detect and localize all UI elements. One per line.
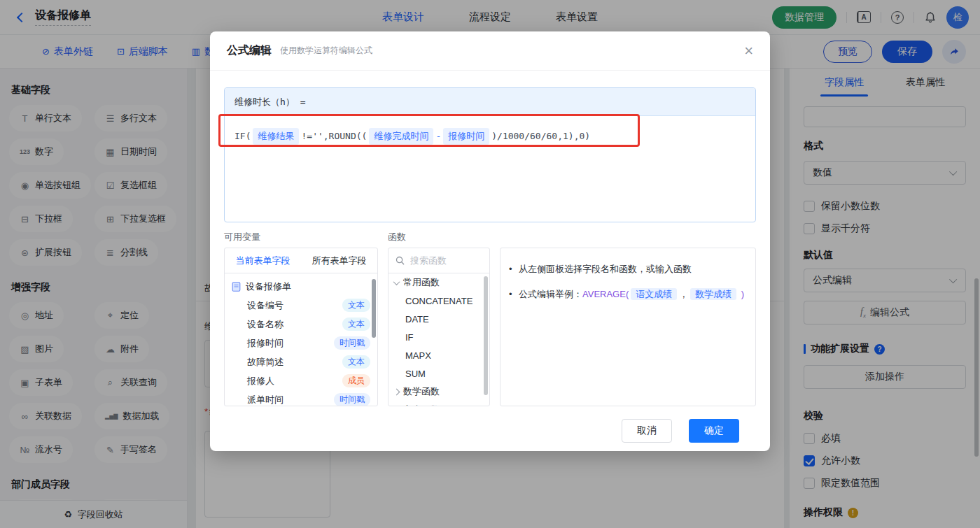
formula-code: IF( bbox=[234, 129, 251, 144]
variable-name: 故障简述 bbox=[247, 356, 284, 369]
field-token[interactable]: 维修完成时间 bbox=[369, 128, 433, 145]
variables-tree: 设备报修单设备编号文本设备名称文本报修时间时间戳故障简述文本报修人成员派单时间时… bbox=[225, 273, 377, 406]
scrollbar[interactable] bbox=[372, 279, 376, 338]
field-token: 语文成绩 bbox=[631, 288, 677, 300]
field-token: 数学成绩 bbox=[690, 288, 736, 300]
variable-name: 报修时间 bbox=[247, 337, 284, 350]
variable-item-故障简述[interactable]: 故障简述文本 bbox=[225, 352, 377, 371]
variable-item-设备编号[interactable]: 设备编号文本 bbox=[225, 296, 377, 315]
field-token[interactable]: 报修时间 bbox=[443, 128, 489, 145]
function-search[interactable] bbox=[388, 248, 489, 273]
function-group-常用函数[interactable]: 常用函数 bbox=[388, 273, 489, 292]
help-bullet: 从左侧面板选择字段名和函数，或输入函数 bbox=[519, 261, 750, 278]
function-group-文本函数[interactable]: 文本函数 bbox=[388, 401, 489, 406]
variable-type-badge: 时间戳 bbox=[334, 393, 370, 406]
tab-current-form-fields[interactable]: 当前表单字段 bbox=[225, 248, 301, 273]
modal-panels: 可用变量 当前表单字段 所有表单字段 设备报修单设备编号文本设备名称文本报修时间… bbox=[224, 231, 756, 406]
formula-code: !='',ROUND(( bbox=[301, 129, 367, 144]
variables-label: 可用变量 bbox=[224, 231, 378, 242]
variable-name: 设备名称 bbox=[247, 318, 284, 331]
variables-panel: 当前表单字段 所有表单字段 设备报修单设备编号文本设备名称文本报修时间时间戳故障… bbox=[224, 248, 378, 406]
variables-root-label: 设备报修单 bbox=[246, 280, 291, 293]
chevron-right-icon bbox=[393, 388, 400, 395]
modal-title: 公式编辑 bbox=[227, 43, 272, 58]
close-icon[interactable]: × bbox=[744, 43, 753, 59]
formula-content[interactable]: IF( 维修结果 !='',ROUND(( 维修完成时间 - 报修时间 )/10… bbox=[225, 116, 755, 157]
functions-tree: 常用函数CONCATENATEDATEIFMAPXSUM数学函数文本函数 bbox=[388, 273, 489, 406]
variable-item-报修人[interactable]: 报修人成员 bbox=[225, 371, 377, 390]
function-item-DATE[interactable]: DATE bbox=[388, 310, 489, 328]
functions-label: 函数 bbox=[388, 231, 490, 242]
modal-footer: 取消 确定 bbox=[224, 406, 756, 443]
help-text: ， bbox=[679, 289, 688, 299]
document-icon bbox=[232, 282, 241, 292]
tab-all-form-fields[interactable]: 所有表单字段 bbox=[301, 248, 377, 273]
variable-name: 报修人 bbox=[247, 375, 274, 387]
help-list: 从左侧面板选择字段名和函数，或输入函数公式编辑举例：AVERAGE(语文成绩，数… bbox=[500, 248, 755, 303]
help-column: 从左侧面板选择字段名和函数，或输入函数公式编辑举例：AVERAGE(语文成绩，数… bbox=[500, 231, 756, 406]
function-group-label: 文本函数 bbox=[403, 404, 440, 406]
function-item-CONCATENATE[interactable]: CONCATENATE bbox=[388, 292, 489, 310]
formula-target: 维修时长（h） = bbox=[225, 88, 755, 116]
modal-body: 维修时长（h） = IF( 维修结果 !='',ROUND(( 维修完成时间 -… bbox=[210, 71, 770, 443]
help-bullet: 公式编辑举例：AVERAGE(语文成绩，数学成绩 ) bbox=[519, 286, 750, 303]
variable-type-badge: 文本 bbox=[342, 355, 370, 369]
functions-panel: 常用函数CONCATENATEDATEIFMAPXSUM数学函数文本函数 bbox=[388, 248, 490, 406]
function-group-label: 常用函数 bbox=[403, 276, 440, 289]
function-group-数学函数[interactable]: 数学函数 bbox=[388, 383, 489, 401]
formula-editor[interactable]: 维修时长（h） = IF( 维修结果 !='',ROUND(( 维修完成时间 -… bbox=[224, 87, 756, 222]
help-text: 从左侧面板选择字段名和函数，或输入函数 bbox=[519, 264, 692, 274]
variable-type-badge: 文本 bbox=[342, 299, 370, 312]
variables-tabs: 当前表单字段 所有表单字段 bbox=[225, 248, 377, 273]
variable-item-报修时间[interactable]: 报修时间时间戳 bbox=[225, 334, 377, 352]
variables-root[interactable]: 设备报修单 bbox=[225, 277, 377, 296]
formula-code: )/1000/60/60,1),0) bbox=[491, 129, 590, 144]
variable-type-badge: 文本 bbox=[342, 317, 370, 331]
help-text: 公式编辑举例： bbox=[519, 289, 582, 299]
variable-name: 派单时间 bbox=[247, 394, 284, 406]
search-icon bbox=[396, 256, 405, 265]
variable-name: 设备编号 bbox=[247, 299, 284, 312]
scrollbar[interactable] bbox=[484, 276, 488, 395]
variables-column: 可用变量 当前表单字段 所有表单字段 设备报修单设备编号文本设备名称文本报修时间… bbox=[224, 231, 378, 406]
help-label bbox=[500, 231, 756, 242]
function-item-IF[interactable]: IF bbox=[388, 328, 489, 346]
variable-type-badge: 成员 bbox=[342, 374, 370, 387]
variable-type-badge: 时间戳 bbox=[334, 336, 370, 350]
function-name: ) bbox=[738, 289, 744, 299]
modal-header: 公式编辑 使用数学运算符编辑公式 × bbox=[210, 31, 770, 71]
operator: - bbox=[435, 129, 441, 144]
variable-item-设备名称[interactable]: 设备名称文本 bbox=[225, 315, 377, 334]
function-group-label: 数学函数 bbox=[403, 385, 440, 398]
function-search-input[interactable] bbox=[410, 255, 473, 266]
function-item-MAPX[interactable]: MAPX bbox=[388, 346, 489, 364]
formula-expression: IF( 维修结果 !='',ROUND(( 维修完成时间 - 报修时间 )/10… bbox=[234, 128, 746, 145]
function-name: AVERAGE( bbox=[582, 289, 629, 299]
function-item-SUM[interactable]: SUM bbox=[388, 364, 489, 383]
functions-column: 函数 常用函数CONCATENATEDATEIFMAPXSUM数学函数文本函数 bbox=[388, 231, 490, 406]
confirm-button[interactable]: 确定 bbox=[689, 419, 739, 443]
app-window: 设备报修单 表单设计流程设定表单设置 数据管理 A ? 检 ⊘表单外链⊡后端脚本… bbox=[0, 0, 980, 528]
modal-subtitle: 使用数学运算符编辑公式 bbox=[280, 45, 372, 57]
field-token[interactable]: 维修结果 bbox=[253, 128, 299, 145]
cancel-button[interactable]: 取消 bbox=[622, 419, 672, 443]
variable-item-派单时间[interactable]: 派单时间时间戳 bbox=[225, 390, 377, 406]
help-panel: 从左侧面板选择字段名和函数，或输入函数公式编辑举例：AVERAGE(语文成绩，数… bbox=[500, 248, 756, 406]
chevron-down-icon bbox=[393, 278, 400, 285]
formula-editor-modal: 公式编辑 使用数学运算符编辑公式 × 维修时长（h） = IF( 维修结果 !=… bbox=[210, 31, 770, 451]
